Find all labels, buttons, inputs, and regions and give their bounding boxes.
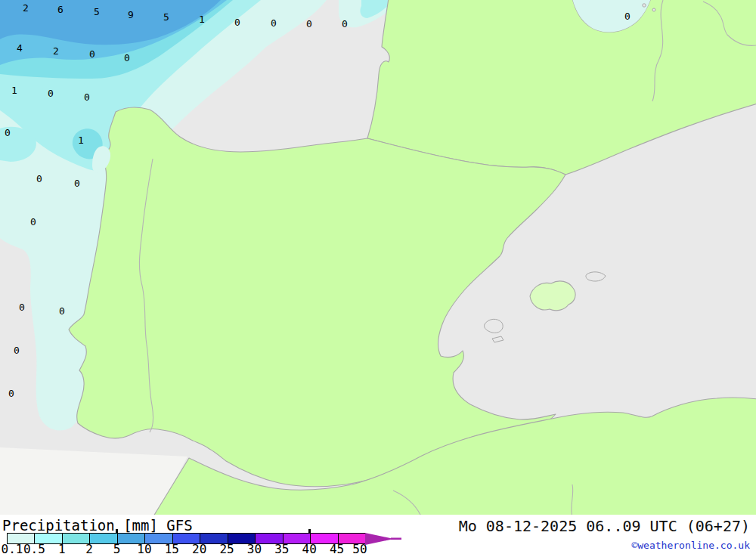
scale-label: 2 bbox=[85, 542, 93, 554]
map-value-label: 4 bbox=[17, 42, 23, 54]
scale-label: 1 bbox=[58, 542, 66, 554]
colorbar-scale-labels: 0.10.5125101520253035404550 bbox=[0, 542, 393, 554]
scale-label: 45 bbox=[330, 542, 344, 554]
colorbar-tick-5 bbox=[116, 529, 118, 533]
map-value-label: 5 bbox=[94, 6, 100, 17]
map-value-label: 0 bbox=[14, 345, 20, 356]
map-value-label: 0 bbox=[8, 388, 14, 399]
map-value-label: 0 bbox=[234, 17, 240, 28]
map-value-label: 2 bbox=[23, 2, 29, 14]
scale-label: 0.5 bbox=[23, 542, 45, 554]
scale-label: 35 bbox=[274, 542, 289, 554]
scale-label: 0.1 bbox=[2, 542, 23, 554]
copyright-link[interactable]: ©weatheronline.co.uk bbox=[631, 540, 750, 551]
map-value-label: 0 bbox=[342, 18, 348, 29]
map-value-label: 6 bbox=[57, 4, 64, 15]
scale-label: 25 bbox=[219, 542, 234, 554]
weather-map-page: 265951000004200100010000000 Precipitatio… bbox=[0, 0, 756, 554]
scale-label: 30 bbox=[247, 542, 262, 554]
dry-zone-southwest bbox=[0, 447, 187, 515]
scale-label: 50 bbox=[352, 542, 367, 554]
map-value-label: 0 bbox=[48, 88, 54, 99]
map-value-label: 0 bbox=[271, 17, 277, 29]
scale-label: 40 bbox=[302, 542, 317, 554]
legend-band: Precipitation [mm] GFS 0.10.512510152025… bbox=[0, 515, 756, 554]
map-value-label: 2 bbox=[53, 45, 59, 57]
colorbar-tick-40 bbox=[308, 529, 311, 533]
precipitation-map: 265951000004200100010000000 bbox=[0, 0, 756, 515]
valid-time-label: Mo 08-12-2025 06..09 UTC (06+27) bbox=[459, 517, 750, 535]
map-value-label: 0 bbox=[36, 173, 42, 184]
map-value-label: 0 bbox=[306, 18, 312, 29]
islet-b bbox=[652, 8, 655, 11]
scale-label: 15 bbox=[165, 542, 179, 554]
map-value-label: 9 bbox=[128, 9, 134, 20]
scale-label: 10 bbox=[137, 542, 151, 554]
map-value-label: 0 bbox=[59, 305, 65, 317]
map-value-label: 0 bbox=[74, 178, 80, 189]
map-value-label: 0 bbox=[30, 216, 36, 227]
map-value-label: 1 bbox=[78, 135, 84, 146]
map-value-label: 0 bbox=[624, 11, 631, 22]
map-value-label: 0 bbox=[84, 91, 90, 103]
map-value-label: 0 bbox=[124, 52, 130, 63]
map-value-label: 1 bbox=[11, 85, 17, 96]
map-value-label: 5 bbox=[163, 11, 169, 23]
map-value-label: 0 bbox=[89, 48, 95, 60]
map-value-label: 0 bbox=[19, 302, 25, 313]
map-value-label: 1 bbox=[199, 14, 205, 25]
map-value-label: 0 bbox=[5, 127, 11, 138]
scale-label: 20 bbox=[192, 542, 206, 554]
islet-a bbox=[643, 4, 646, 7]
scale-label: 5 bbox=[113, 542, 121, 554]
legend-title: Precipitation [mm] GFS bbox=[2, 517, 193, 534]
